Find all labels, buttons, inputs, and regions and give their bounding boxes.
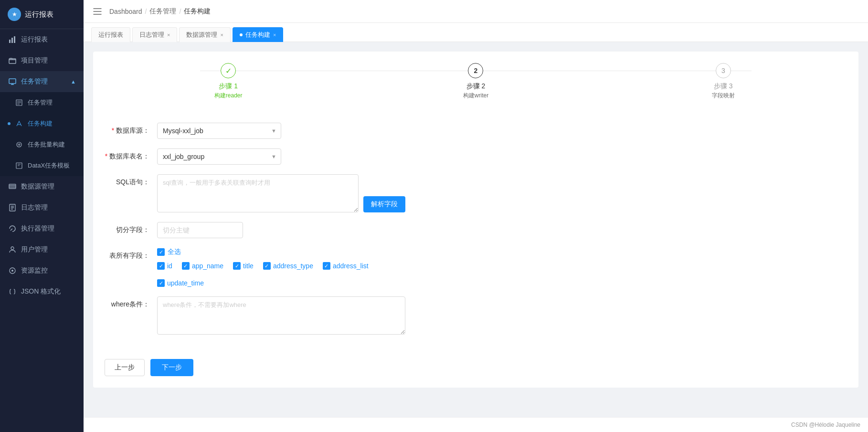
task-icon	[14, 98, 24, 107]
tab-renwu-goujian[interactable]: 任务构建 ×	[233, 27, 283, 42]
logo-label: 运行报表	[25, 10, 53, 19]
checkbox-app_name[interactable]	[182, 262, 190, 270]
tab-close-icon[interactable]: ×	[167, 32, 170, 38]
template-icon	[14, 161, 24, 170]
split-label: 切分字段：	[105, 222, 157, 234]
step-3-subtitle: 字段映射	[712, 92, 735, 100]
tab-label: 数据源管理	[186, 31, 217, 39]
step-2-subtitle: 构建writer	[463, 92, 488, 100]
sidebar: ★ 运行报表 运行报表 项目管理 任务管理 ▲ 任务管理	[0, 0, 84, 432]
json-icon	[8, 287, 17, 296]
tab-active-dot	[240, 33, 243, 36]
folder-icon	[8, 56, 17, 65]
sidebar-item-label: 日志管理	[21, 203, 76, 212]
sidebar-item-yunhang-baobiao[interactable]: 运行报表	[0, 29, 84, 50]
select-all-checkbox[interactable]	[157, 248, 165, 256]
checkbox-update_time[interactable]	[157, 279, 165, 287]
sidebar-item-label: 数据源管理	[21, 182, 76, 191]
checkbox-address_type[interactable]	[263, 262, 271, 270]
checkbox-item-address_type: address_type	[263, 262, 313, 270]
form-row-split: 切分字段：	[105, 222, 534, 238]
tab-bar: 运行报表 日志管理 × 数据源管理 × 任务构建 ×	[84, 23, 868, 42]
checkbox-label-address_list[interactable]: address_list	[333, 262, 369, 270]
sidebar-item-label: 任务管理	[21, 77, 71, 86]
sidebar-logo: ★ 运行报表	[0, 0, 84, 29]
step-2: 2 步骤 2 构建writer	[352, 63, 599, 100]
sidebar-item-label: 任务构建	[28, 119, 76, 128]
form-row-datasource: 数据库源： Mysql-xxl_job ▼	[105, 123, 534, 139]
sidebar-item-zhixing-guanli[interactable]: 执行器管理	[0, 218, 84, 239]
footer-text: CSDN @Hélodie Jaqueline	[791, 421, 860, 428]
user-icon	[8, 245, 17, 254]
checkbox-label-title[interactable]: title	[243, 262, 254, 270]
sidebar-item-renwu-guanli-sub[interactable]: 任务管理	[0, 92, 84, 113]
form-row-tablename: 数据库表名： xxl_job_group ▼	[105, 148, 534, 165]
logo-icon: ★	[8, 8, 21, 21]
breadcrumb-dashboard[interactable]: Dashboard	[109, 8, 142, 15]
select-all-label[interactable]: 全选	[168, 248, 181, 256]
tab-yunhang-baobiao[interactable]: 运行报表	[91, 27, 130, 42]
split-control	[157, 222, 405, 238]
tab-shuju-guanli[interactable]: 数据源管理 ×	[179, 27, 230, 42]
sidebar-item-yonghu-guanli[interactable]: 用户管理	[0, 239, 84, 260]
sidebar-item-rizhi-guanli[interactable]: 日志管理	[0, 197, 84, 218]
where-label: where条件：	[105, 296, 157, 309]
svg-rect-4	[9, 79, 16, 84]
step-1: ✓ 步骤 1 构建reader	[105, 63, 352, 100]
svg-rect-2	[14, 36, 15, 43]
form-row-sql: SQL语句： 解析字段	[105, 174, 534, 212]
parse-button[interactable]: 解析字段	[363, 196, 405, 212]
sidebar-item-label: 任务批量构建	[28, 140, 76, 149]
checkbox-label-app_name[interactable]: app_name	[192, 262, 223, 270]
tablename-control: xxl_job_group ▼	[157, 148, 405, 165]
checkbox-label-update_time[interactable]: update_time	[167, 279, 204, 287]
step-3: 3 步骤 3 字段映射	[600, 63, 847, 100]
sidebar-item-datax-moban[interactable]: DataX任务模板	[0, 155, 84, 176]
sidebar-item-xiangmu-guanli[interactable]: 项目管理	[0, 50, 84, 71]
checkbox-title[interactable]	[233, 262, 241, 270]
batch-icon	[14, 140, 24, 149]
hamburger-icon[interactable]	[93, 6, 102, 16]
split-input[interactable]	[157, 222, 243, 238]
datasource-select[interactable]: Mysql-xxl_job	[157, 123, 281, 139]
checkbox-label-id[interactable]: id	[167, 262, 172, 270]
checkbox-address_list[interactable]	[323, 262, 330, 270]
checkbox-item-title: title	[233, 262, 254, 270]
step-3-title: 步骤 3	[714, 82, 733, 91]
form-row-where: where条件：	[105, 296, 534, 336]
tablename-select[interactable]: xxl_job_group	[157, 148, 281, 165]
tab-close-icon[interactable]: ×	[273, 32, 276, 38]
sidebar-item-renwu-goujian[interactable]: 任务构建	[0, 113, 84, 134]
sidebar-item-renwu-guanli[interactable]: 任务管理 ▲	[0, 71, 84, 92]
where-textarea[interactable]	[157, 296, 405, 335]
tab-close-icon[interactable]: ×	[220, 32, 223, 38]
breadcrumb-renwu-guanli[interactable]: 任务管理	[149, 7, 176, 16]
step-1-title: 步骤 1	[219, 82, 238, 91]
sidebar-item-json-geshihua[interactable]: JSON 格式化	[0, 281, 84, 302]
footer: CSDN @Hélodie Jaqueline	[84, 417, 868, 432]
sidebar-item-ziyuan-jiankong[interactable]: 资源监控	[0, 260, 84, 281]
sidebar-item-renwu-piliang[interactable]: 任务批量构建	[0, 134, 84, 155]
chart-icon	[8, 35, 17, 44]
top-header: Dashboard / 任务管理 / 任务构建	[84, 0, 868, 23]
datasource-control: Mysql-xxl_job ▼	[157, 123, 405, 139]
monitor2-icon	[8, 266, 17, 275]
sidebar-item-shuju-guanli[interactable]: 数据源管理	[0, 176, 84, 197]
tab-rizhi-guanli[interactable]: 日志管理 ×	[132, 27, 177, 42]
form-row-allfields: 表所有字段： 全选 id app_name title	[105, 248, 534, 287]
tablename-select-wrap: xxl_job_group ▼	[157, 148, 281, 165]
prev-button[interactable]: 上一步	[105, 359, 145, 376]
sql-label: SQL语句：	[105, 174, 157, 187]
checkbox-id[interactable]	[157, 262, 165, 270]
steps: ✓ 步骤 1 构建reader 2 步骤 2 构建writer 3 步骤 3 字…	[105, 63, 847, 107]
checkbox-label-address_type[interactable]: address_type	[273, 262, 313, 270]
sidebar-submenu-renwu: 任务管理 任务构建 任务批量构建 DataX任务模板	[0, 92, 84, 176]
checkbox-item-update_time: update_time	[157, 279, 204, 287]
sql-textarea[interactable]	[157, 174, 359, 212]
svg-rect-1	[11, 38, 13, 43]
chevron-up-icon: ▲	[71, 79, 76, 84]
svg-rect-9	[9, 187, 16, 189]
next-button[interactable]: 下一步	[150, 359, 193, 376]
sidebar-item-label: JSON 格式化	[21, 287, 76, 296]
svg-point-11	[11, 247, 14, 250]
